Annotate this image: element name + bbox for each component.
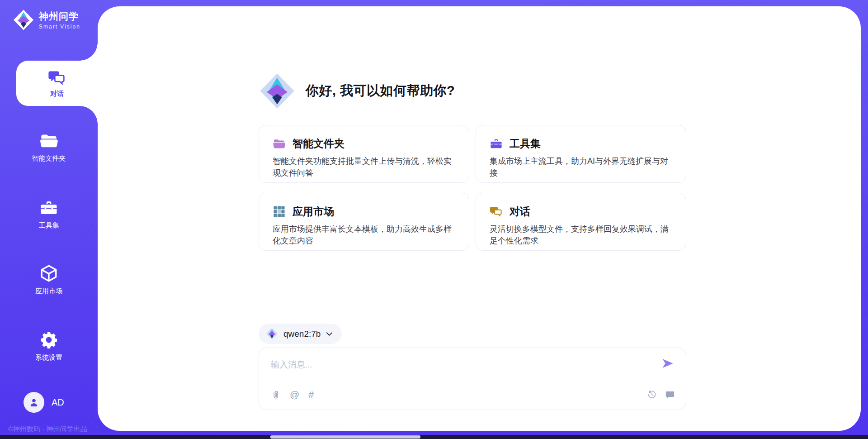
scrollbar-thumb[interactable] <box>270 435 420 439</box>
chat-icon <box>48 69 66 87</box>
toolbox-icon <box>39 198 58 217</box>
card-description: 集成市场上主流工具，助力AI与外界无缝扩展与对接 <box>490 155 672 179</box>
card-smart-folder[interactable]: 智能文件夹 智能文件夹功能支持批量文件上传与清洗，轻松实现文件问答 <box>259 125 469 183</box>
card-description: 智能文件夹功能支持批量文件上传与清洗，轻松实现文件问答 <box>273 155 455 179</box>
composer-toolbar: @ # <box>271 390 314 400</box>
card-title: 应用市场 <box>292 205 334 219</box>
bottom-strip <box>0 435 868 439</box>
sidebar: 神州问学 Smart Vision 对话 智能文件夹 工具集 <box>0 0 98 439</box>
model-name: qwen2:7b <box>283 329 321 339</box>
card-title: 智能文件夹 <box>292 137 344 151</box>
folder-icon <box>273 137 286 150</box>
card-description: 应用市场提供丰富长文本模板，助力高效生成多样化文章内容 <box>273 223 455 247</box>
card-description: 灵活切换多模型文件，支持多样回复效果调试，满足个性化需求 <box>490 223 672 247</box>
folder-icon <box>39 131 58 150</box>
suggestion-cards: 智能文件夹 智能文件夹功能支持批量文件上传与清洗，轻松实现文件问答 工具集 集成… <box>259 125 686 251</box>
person-icon <box>28 396 40 408</box>
tab-curve-top <box>80 43 98 61</box>
avatar <box>24 392 44 413</box>
sidebar-item-app-market[interactable]: 应用市场 <box>0 264 98 296</box>
chat-bubble-icon[interactable] <box>665 390 675 400</box>
app-name: 神州问学 <box>39 10 80 23</box>
sidebar-item-label: 智能文件夹 <box>32 154 66 163</box>
app-logo: 神州问学 Smart Vision <box>13 9 80 31</box>
hashtag-icon[interactable]: # <box>308 390 314 400</box>
card-app-market[interactable]: 应用市场 应用市场提供丰富长文本模板，助力高效生成多样化文章内容 <box>259 193 469 251</box>
card-chat[interactable]: 对话 灵活切换多模型文件，支持多样回复效果调试，满足个性化需求 <box>476 193 686 251</box>
sidebar-item-toolset[interactable]: 工具集 <box>0 198 98 230</box>
grid-icon <box>273 205 286 218</box>
brand-diamond-icon <box>13 9 34 31</box>
model-diamond-icon <box>266 328 278 340</box>
sidebar-item-label: 应用市场 <box>35 287 62 296</box>
chevron-down-icon <box>326 332 333 336</box>
composer-divider <box>269 384 676 384</box>
mention-icon[interactable]: @ <box>290 390 299 400</box>
gear-icon <box>39 330 58 349</box>
message-input[interactable] <box>271 357 654 372</box>
history-icon[interactable] <box>647 390 657 400</box>
composer-toolbar-right <box>647 390 675 400</box>
card-toolset[interactable]: 工具集 集成市场上主流工具，助力AI与外界无缝扩展与对接 <box>476 125 686 183</box>
chat-icon <box>490 205 503 218</box>
send-icon[interactable] <box>661 358 674 369</box>
sidebar-item-smart-folder[interactable]: 智能文件夹 <box>0 131 98 163</box>
sidebar-item-label: 系统设置 <box>35 353 62 362</box>
paperclip-icon[interactable] <box>271 390 281 400</box>
assistant-diamond-icon <box>259 72 296 110</box>
tab-curve-bottom <box>80 106 98 124</box>
app-subtitle: Smart Vision <box>39 24 80 30</box>
greeting: 你好, 我可以如何帮助你? <box>259 72 455 110</box>
sidebar-item-chat[interactable]: 对话 <box>16 61 98 106</box>
greeting-text: 你好, 我可以如何帮助你? <box>306 82 455 100</box>
cube-icon <box>39 264 58 283</box>
user-initials: AD <box>52 397 64 408</box>
sidebar-footer: ©神州数码 · 神州问学出品 <box>8 425 87 434</box>
sidebar-item-label: 对话 <box>50 90 64 98</box>
user-profile[interactable]: AD <box>24 392 64 413</box>
sidebar-item-settings[interactable]: 系统设置 <box>0 330 98 362</box>
sidebar-item-label: 工具集 <box>39 221 59 230</box>
model-selector[interactable]: qwen2:7b <box>259 324 342 344</box>
toolbox-icon <box>490 137 503 150</box>
message-composer: @ # <box>259 348 686 410</box>
card-title: 对话 <box>509 205 530 219</box>
card-title: 工具集 <box>509 137 541 151</box>
